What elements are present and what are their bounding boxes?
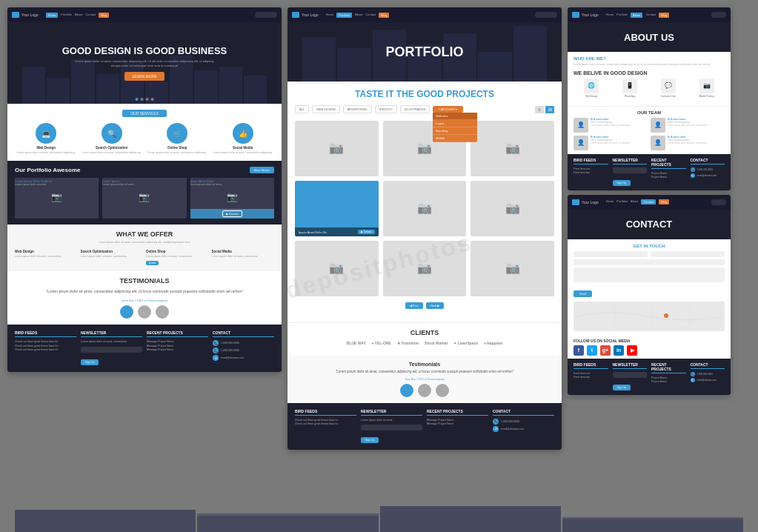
nav-link-contact[interactable]: Contact — [645, 13, 656, 18]
about-hero-title: ABOUT US — [624, 32, 674, 43]
nav-link-home[interactable]: Home — [46, 13, 59, 18]
nav-cta[interactable]: Blog — [659, 13, 669, 18]
home-services: OUR SERVICES 💻 Web Design Lorem ipsum do… — [7, 104, 282, 161]
item-overlay: Ipsum Amet Dolor Sit ▶ Details — [295, 227, 379, 236]
nav-link-home[interactable]: Home — [606, 13, 614, 18]
footer-col-title: NEWSLETTER — [613, 158, 648, 164]
portfolio-footer: BIRD FEEDS Check out these great theme b… — [287, 403, 562, 450]
contact-subject-input[interactable] — [574, 259, 725, 265]
next-button[interactable]: Next ▶ — [426, 302, 444, 309]
filter-all[interactable]: ALL — [295, 105, 309, 113]
nav-cta[interactable]: Blog — [99, 13, 109, 18]
newsletter-input[interactable] — [613, 372, 648, 378]
list-view-button[interactable]: ≡ — [535, 106, 544, 113]
home-hero: GOOD DESIGN IS GOOD BUSINESS Lorem ipsum… — [7, 22, 282, 104]
facebook-icon[interactable]: f — [574, 345, 584, 356]
camera-icon: 📷 — [417, 260, 432, 274]
more-works-button[interactable]: More Works — [250, 167, 274, 173]
footer-col-title: NEWSLETTER — [81, 330, 142, 337]
newsletter-signup-button[interactable]: Sign Up — [361, 437, 379, 443]
nav-link-about[interactable]: About — [631, 199, 638, 205]
nav-search[interactable] — [711, 12, 726, 18]
prev-button[interactable]: ◀ Prev — [405, 302, 423, 309]
email-icon: ✉ — [213, 355, 219, 361]
camera-icon: 📷 — [329, 140, 344, 154]
contact-send-button[interactable]: Send — [574, 290, 592, 297]
newsletter-signup-button[interactable]: Sign Up — [81, 359, 99, 365]
team-avatar-2: 👤 — [651, 118, 665, 133]
about-nav-links: Home Portfolio About Contact Blog — [606, 13, 670, 18]
nav-cta[interactable]: Blog — [659, 199, 669, 205]
twitter-icon[interactable]: t — [587, 345, 597, 356]
service-title: Web Design — [15, 146, 78, 150]
contact-email: ✉ email@domain.com — [493, 426, 554, 432]
dropdown-item[interactable]: Mobile — [433, 135, 477, 142]
nav-link-contact[interactable]: Contact — [365, 13, 376, 18]
clients-logos: BLUE WAY ♦ YEL-ONE ★ Transition Stock Ma… — [295, 341, 554, 345]
newsletter-input[interactable] — [81, 347, 142, 353]
service-title: Search Optimization — [81, 146, 144, 150]
dot-2[interactable] — [141, 98, 144, 101]
nav-link-about[interactable]: About — [355, 13, 362, 18]
details-button[interactable]: Details — [146, 261, 159, 265]
filter-advertising[interactable]: ADVERTISING — [343, 105, 372, 113]
nav-link-portfolio[interactable]: Portfolio — [61, 13, 72, 18]
phone-text: 1-000-000-0000 — [697, 373, 713, 376]
building — [513, 26, 547, 82]
logo-text: Your Logo — [582, 13, 599, 17]
nav-link-portfolio[interactable]: Portfolio — [336, 13, 352, 18]
footer-col-title: NEWSLETTER — [361, 409, 422, 416]
youtube-icon[interactable]: ▶ — [627, 345, 637, 356]
service-title: Online Shop — [146, 146, 209, 150]
portfolio-item-7: 📷 — [295, 241, 379, 296]
details-button[interactable]: ▶ Details — [358, 230, 375, 234]
portfolio-item-5: 📷 — [383, 181, 467, 236]
dot-4[interactable] — [151, 98, 154, 101]
filter-illustration[interactable]: ILLUSTRATION — [400, 105, 430, 113]
building — [22, 67, 45, 104]
service-text: Lorem ipsum dolor sit amet, consectetur … — [212, 151, 275, 155]
email-icon: ✉ — [691, 173, 695, 178]
nav-search[interactable] — [711, 199, 726, 205]
nav-search[interactable] — [535, 12, 557, 18]
nav-cta[interactable]: Blog — [379, 13, 389, 18]
nav-link-portfolio[interactable]: Portfolio — [616, 13, 628, 18]
nav-link-home[interactable]: Home — [606, 199, 614, 205]
linkedin-icon[interactable]: in — [614, 345, 624, 356]
newsletter-input[interactable] — [613, 167, 648, 173]
nav-link-portfolio[interactable]: Portfolio — [616, 199, 628, 205]
nav-link-about[interactable]: About — [75, 13, 82, 18]
about-footer: BIRD FEEDS Feed item one Feed item two N… — [568, 154, 731, 190]
dropdown-item[interactable]: Branding — [433, 127, 477, 135]
nav-link-contact[interactable]: Contact — [641, 199, 656, 205]
hero-title: GOOD DESIGN IS GOOD BUSINESS — [62, 45, 227, 57]
client-logo-5: ✦ LawnSpace — [453, 341, 478, 345]
filter-web[interactable]: WEB DESIGN — [312, 105, 340, 113]
contact-map — [574, 302, 725, 331]
nav-link-home[interactable]: Home — [326, 13, 334, 18]
newsletter-signup-button[interactable]: Sign Up — [613, 385, 631, 390]
dot-1[interactable] — [136, 98, 139, 101]
team-text: Lorem ipsum dolor sit amet, consectetur. — [668, 124, 708, 127]
dropdown-item[interactable]: Websites — [433, 113, 477, 120]
nav-search[interactable] — [255, 12, 277, 18]
contact-email-input[interactable] — [651, 251, 725, 257]
filter-identity[interactable]: IDENTITY — [375, 105, 397, 113]
contact-name-input[interactable] — [574, 251, 648, 257]
service-icon-social: 👍 — [233, 123, 253, 144]
filter-category-dropdown[interactable]: CATEGORY ▾ Websites Logos Branding Mobil… — [433, 106, 463, 113]
nav-link-about[interactable]: About — [631, 13, 642, 18]
hero-cta-button[interactable]: LEARN MORE — [124, 72, 164, 81]
footer-col-projects: RECENT PROJECTS Message Project Name Mes… — [147, 330, 208, 366]
newsletter-input[interactable] — [361, 425, 422, 430]
grid-view-button[interactable]: ⊞ — [545, 106, 554, 113]
dropdown-item[interactable]: Logos — [433, 120, 477, 127]
google-plus-icon[interactable]: g+ — [600, 345, 611, 356]
contact-message-textarea[interactable] — [574, 267, 725, 282]
nav-link-contact[interactable]: Contact — [85, 13, 96, 18]
phone-text: 1-000-000-0000 — [221, 342, 239, 345]
newsletter-signup-button[interactable]: Sign Up — [613, 180, 631, 186]
dot-3[interactable] — [146, 98, 149, 101]
portfolio-testimonials: Testimonials "Lorem ipsum dolor sit amet… — [287, 356, 562, 403]
details-button[interactable]: ▶ Details — [222, 210, 242, 217]
